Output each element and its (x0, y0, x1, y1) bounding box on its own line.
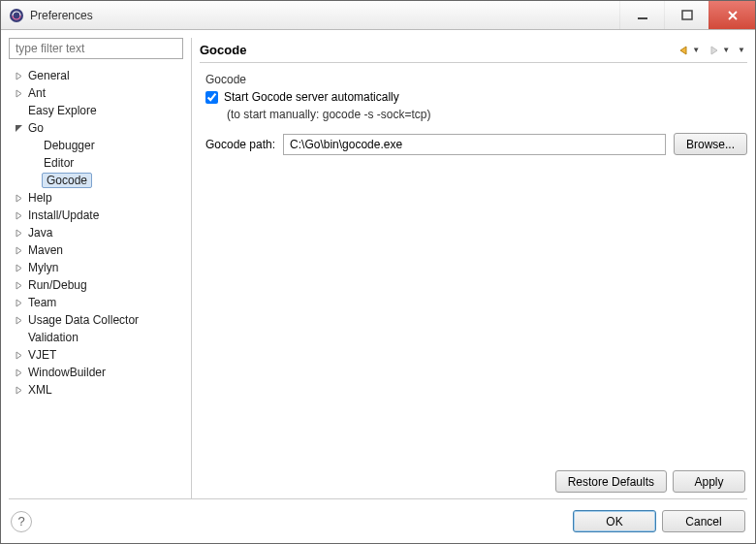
preference-page: Gocode ▼ ▼ ▼ Gocode Start Gocode server … (191, 38, 747, 498)
gocode-path-label: Gocode path: (205, 138, 275, 151)
forward-button[interactable]: ▼ (706, 43, 732, 58)
start-gocode-hint: (to start manually: gocode -s -sock=tcp) (200, 108, 747, 121)
twisty-collapsed-icon[interactable] (13, 367, 24, 378)
svg-rect-1 (638, 17, 647, 19)
page-title: Gocode (200, 43, 676, 57)
start-gocode-checkbox[interactable] (205, 91, 218, 104)
gocode-path-input[interactable] (283, 134, 666, 155)
tree-item-label: VJET (26, 348, 58, 362)
cancel-button[interactable]: Cancel (662, 510, 745, 532)
filter-input[interactable] (9, 38, 183, 59)
twisty-collapsed-icon[interactable] (13, 87, 24, 99)
help-button[interactable]: ? (11, 511, 32, 532)
twisty-collapsed-icon[interactable] (13, 70, 24, 81)
twisty-collapsed-icon[interactable] (13, 244, 24, 256)
svg-point-0 (10, 9, 23, 22)
tree-item[interactable]: Java (9, 224, 183, 241)
chevron-down-icon: ▼ (692, 46, 700, 54)
tree-item-label: Run/Debug (26, 278, 89, 292)
chevron-down-icon: ▼ (722, 46, 730, 54)
tree-item[interactable]: Go (9, 119, 183, 137)
tree-item[interactable]: Ant (9, 84, 183, 102)
maximize-button[interactable] (664, 1, 709, 29)
back-button[interactable]: ▼ (676, 43, 702, 58)
titlebar: Preferences (1, 1, 755, 30)
group-label: Gocode (200, 73, 747, 86)
tree-item[interactable]: General (9, 67, 183, 84)
ok-button[interactable]: OK (573, 510, 656, 532)
tree-item-label: Usage Data Collector (26, 313, 141, 327)
tree-item-label: Team (26, 296, 58, 309)
tree-item[interactable]: Install/Update (9, 207, 183, 224)
minimize-button[interactable] (619, 1, 664, 29)
tree-item-label: Debugger (42, 139, 97, 152)
close-button[interactable] (709, 1, 755, 29)
tree-item[interactable]: Run/Debug (9, 276, 183, 294)
tree-item[interactable]: Validation (9, 329, 183, 346)
tree-item-label: Install/Update (26, 208, 101, 222)
checkbox-label: Start Gocode server automatically (224, 90, 399, 104)
twisty-collapsed-icon[interactable] (13, 209, 24, 221)
window-title: Preferences (30, 9, 619, 22)
tree-item[interactable]: Gocode (9, 172, 183, 189)
tree-item-label: WindowBuilder (26, 366, 108, 379)
tree-item[interactable]: WindowBuilder (9, 364, 183, 381)
tree-item-label: Ant (26, 86, 47, 100)
tree-item-label: Go (26, 121, 46, 135)
twisty-collapsed-icon[interactable] (13, 192, 24, 204)
tree-item-label: XML (26, 383, 54, 397)
tree-item-label: Gocode (42, 173, 92, 188)
tree-item-label: Mylyn (26, 261, 60, 274)
tree-item[interactable]: Easy Explore (9, 102, 183, 119)
tree-item[interactable]: VJET (9, 346, 183, 364)
tree-item[interactable]: XML (9, 381, 183, 399)
tree-item[interactable]: Team (9, 294, 183, 311)
tree-item[interactable]: Help (9, 189, 183, 207)
tree-item-label: General (26, 69, 72, 82)
tree-item[interactable]: Debugger (9, 137, 183, 154)
chevron-down-icon: ▼ (738, 46, 745, 54)
restore-defaults-button[interactable]: Restore Defaults (555, 470, 667, 493)
twisty-collapsed-icon[interactable] (13, 384, 24, 396)
tree-item[interactable]: Usage Data Collector (9, 311, 183, 329)
tree-item-label: Editor (42, 156, 76, 170)
twisty-collapsed-icon[interactable] (13, 349, 24, 361)
tree-item-label: Easy Explore (26, 104, 99, 117)
tree-item[interactable]: Maven (9, 241, 183, 259)
help-icon: ? (17, 514, 24, 528)
twisty-collapsed-icon[interactable] (13, 227, 24, 239)
tree-item-label: Java (26, 226, 54, 240)
dialog-footer: ? OK Cancel (9, 498, 747, 543)
view-menu-button[interactable]: ▼ (736, 44, 747, 56)
tree-item-label: Maven (26, 243, 65, 257)
twisty-collapsed-icon[interactable] (13, 279, 24, 291)
twisty-collapsed-icon[interactable] (13, 262, 24, 273)
tree-item-label: Help (26, 191, 54, 205)
app-icon (9, 8, 24, 23)
preference-tree[interactable]: GeneralAntEasy ExploreGoDebuggerEditorGo… (9, 65, 183, 498)
svg-rect-2 (682, 11, 692, 19)
twisty-collapsed-icon[interactable] (13, 314, 24, 326)
tree-item[interactable]: Editor (9, 154, 183, 172)
tree-item-label: Validation (26, 331, 80, 344)
tree-item[interactable]: Mylyn (9, 259, 183, 276)
browse-button[interactable]: Browse... (674, 133, 747, 155)
sidebar: GeneralAntEasy ExploreGoDebuggerEditorGo… (9, 38, 183, 498)
twisty-collapsed-icon[interactable] (13, 297, 24, 308)
twisty-expanded-icon[interactable] (13, 122, 24, 134)
start-gocode-checkbox-row[interactable]: Start Gocode server automatically (200, 90, 747, 104)
apply-button[interactable]: Apply (673, 470, 745, 493)
